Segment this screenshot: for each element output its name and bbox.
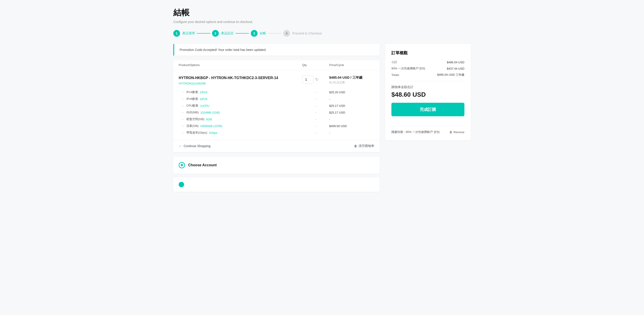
spec-ram-name: 內存(MB): 1024MB (1GB) (182, 110, 302, 114)
step-line-1 (197, 33, 210, 34)
page-title: 結帳 (173, 7, 471, 18)
spec-cpu-name: CPU數量: 1vCPU (182, 104, 302, 108)
spec-bw-qty: - (302, 131, 329, 134)
qty-control: ↻ (302, 76, 329, 84)
price-setup: $1.00 設定費 (329, 81, 374, 84)
order-summary: 訂單概觀 小計 $486.04 USD 90% 一次性繳費帳戶 折扣 $437.… (385, 44, 471, 140)
spec-ipv6-qty: - (302, 97, 329, 101)
cart-table-header: Product/Options Qty Price/Cycle (173, 60, 380, 70)
product-name: HYTRON-HKBGP - HYTRON-HK-TGTHKDC2-3-SERV… (179, 76, 302, 80)
step-2: 2 產品設定 (212, 30, 234, 37)
trash-icon-small: 🗑 (449, 130, 452, 134)
summary-row-totals: Totals $485.04 USD 三年繳 (392, 73, 464, 77)
arrow-left-icon: ← (179, 144, 182, 148)
step-4: 4 Proceed to Checkout (283, 30, 322, 37)
specs-list: IPv4數量: 1IPv4 - $25.20 USD IPv6數量: 1IPv6… (179, 89, 374, 136)
clear-cart-label: 清空購物車 (358, 144, 374, 148)
trash-icon: 🗑 (354, 144, 357, 148)
step-2-label: 產品設定 (221, 31, 234, 36)
summary-divider-2 (392, 126, 464, 126)
page-header: 結帳 Configure your desired options and co… (173, 7, 471, 24)
step-4-label: Proceed to Checkout (292, 32, 322, 35)
spec-bw-name: 帶寬速率(Gbps): 1Gbps (182, 131, 302, 135)
spec-cpu-price: $25.17 USD (329, 104, 374, 108)
left-panel: Promotion Code Accepted! Your order tota… (173, 44, 380, 192)
checkout-button[interactable]: 完成訂購 (392, 103, 464, 116)
summary-row-discount: 90% 一次性繳費帳戶 折扣 $437.44 USD (392, 66, 464, 70)
step-3-label: 結帳 (260, 31, 266, 36)
spec-ipv4-price: $25.20 USD (329, 90, 374, 94)
spec-row-ram: 內存(MB): 1024MB (1GB) - $25.17 USD (182, 109, 374, 116)
cart-item-top: HYTRON-HKBGP - HYTRON-HK-TGTHKDC2-3-SERV… (179, 76, 374, 85)
totals-label: Totals (392, 73, 399, 76)
remove-promo-button[interactable]: 🗑 Remove (449, 130, 464, 134)
spec-row-bw: 帶寬速率(Gbps): 1Gbps - - (182, 129, 374, 136)
price-main: $485.04 USD / 三年繳 (329, 76, 374, 80)
spec-bw-price: - (329, 131, 374, 134)
right-panel: 訂單概觀 小計 $486.04 USD 90% 一次性繳費帳戶 折扣 $437.… (385, 44, 471, 144)
promo-text: Promotion Code Accepted! Your order tota… (180, 48, 374, 52)
spec-disk-name: 硬盤空間(GB): 5GB (182, 117, 302, 121)
summary-title: 訂單概觀 (392, 50, 464, 56)
promo-code-row: 國慶快樂 - 90% 一次性繳費帳戶 折扣 🗑 Remove (392, 130, 464, 134)
spec-row-disk: 硬盤空間(GB): 5GB - - (182, 116, 374, 122)
continue-shopping-label: Continue Shopping (184, 144, 210, 148)
choose-account-icon-inner (181, 164, 183, 166)
cart-table: Product/Options Qty Price/Cycle HYTRON-H… (173, 60, 380, 152)
price-info: $485.04 USD / 三年繳 $1.00 設定費 (329, 76, 374, 84)
spec-ram-qty: - (302, 111, 329, 114)
step-line-2 (236, 33, 249, 34)
spec-disk-qty: - (302, 118, 329, 121)
spec-ipv4-qty: - (302, 90, 329, 94)
subtotal-label: 小計 (392, 60, 397, 64)
spec-traffic-price: $409.50 USD (329, 124, 374, 128)
spec-ram-price: $25.17 USD (329, 111, 374, 114)
step-2-circle: 2 (212, 30, 219, 37)
spec-cpu-qty: - (302, 104, 329, 108)
spec-row-ipv6: IPv6數量: 1IPv6 - - (182, 96, 374, 102)
remove-label: Remove (454, 130, 464, 134)
col-product: Product/Options (179, 63, 302, 67)
step-3-circle: 3 (251, 30, 258, 37)
spec-traffic-name: 流量(GB): 10000GB (10TB) (182, 124, 302, 128)
qty-input[interactable] (302, 76, 314, 84)
step-1-circle: 1 (173, 30, 180, 37)
spec-row-cpu: CPU數量: 1vCPU - $25.17 USD (182, 102, 374, 109)
choose-account-icon (179, 162, 185, 168)
cart-total-value: $48.60 USD (392, 91, 464, 98)
spec-traffic-qty: - (302, 124, 329, 128)
product-code: HYTRON101340296 (179, 82, 302, 85)
page-subtitle: Configure your desired options and conti… (173, 20, 471, 24)
step-1: 1 產品選擇 (173, 30, 195, 37)
refresh-button[interactable]: ↻ (315, 77, 318, 82)
main-layout: Promotion Code Accepted! Your order tota… (173, 44, 471, 192)
bottom-circle-icon (179, 182, 184, 187)
choose-account-section: Choose Account (173, 156, 380, 174)
cart-total-label: 購物車金額合計 (392, 85, 464, 89)
continue-shopping-button[interactable]: ← Continue Shopping (179, 144, 210, 148)
step-3: 3 結帳 (251, 30, 266, 37)
promo-banner: Promotion Code Accepted! Your order tota… (173, 44, 380, 56)
stepper: 1 產品選擇 2 產品設定 3 結帳 4 Proceed to Checkout (173, 30, 471, 37)
col-price: Price/Cycle (329, 63, 374, 67)
spec-ipv6-name: IPv6數量: 1IPv6 (182, 97, 302, 101)
promo-code-label: 國慶快樂 - 90% 一次性繳費帳戶 折扣 (392, 130, 440, 134)
spec-ipv6-price: - (329, 97, 374, 101)
discount-label: 90% 一次性繳費帳戶 折扣 (392, 66, 425, 70)
subtotal-value: $486.04 USD (447, 60, 464, 64)
product-info: HYTRON-HKBGP - HYTRON-HK-TGTHKDC2-3-SERV… (179, 76, 302, 85)
choose-account-label: Choose Account (188, 163, 217, 167)
bottom-section (173, 177, 380, 192)
spec-disk-price: - (329, 118, 374, 121)
spec-row-traffic: 流量(GB): 10000GB (10TB) - $409.50 USD (182, 122, 374, 129)
step-4-circle: 4 (283, 30, 290, 37)
clear-cart-button[interactable]: 🗑 清空購物車 (354, 144, 374, 148)
summary-row-subtotal: 小計 $486.04 USD (392, 60, 464, 64)
cart-item: HYTRON-HKBGP - HYTRON-HK-TGTHKDC2-3-SERV… (173, 70, 380, 140)
step-1-label: 產品選擇 (182, 31, 195, 36)
step-line-3 (268, 33, 282, 34)
discount-value: $437.44 USD (447, 67, 464, 70)
spec-ipv4-name: IPv4數量: 1IPv4 (182, 90, 302, 94)
cart-footer: ← Continue Shopping 🗑 清空購物車 (173, 140, 380, 152)
totals-value: $485.04 USD 三年繳 (437, 73, 464, 77)
